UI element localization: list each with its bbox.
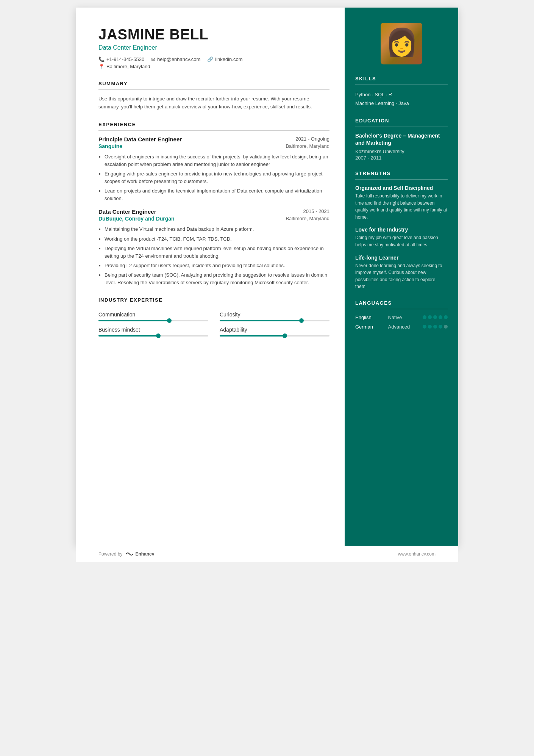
brand-logo: Enhancv [125,551,154,557]
experience-divider [98,130,329,131]
enhancv-logo-icon [125,551,134,557]
email-address: help@enhancv.com [157,56,200,62]
header-section: JASMINE BELL Data Center Engineer 📞 +1-9… [98,27,329,69]
summary-divider [98,89,329,90]
expertise-communication-dot [167,318,172,323]
left-panel: JASMINE BELL Data Center Engineer 📞 +1-9… [76,8,345,546]
language-german: German Advanced [355,324,448,330]
strength-3-name: Life-long Learner [355,255,448,261]
skills-divider [355,85,448,85]
expertise-business: Business mindset [98,327,208,337]
skills-line-2: Machine Learning · Java [355,99,448,108]
expertise-curiosity-bar-bg [220,320,329,321]
phone-contact: 📞 +1-914-345-5530 [98,56,144,62]
languages-title: LANGUAGES [355,300,448,306]
languages-divider [355,309,448,309]
brand-name: Enhancv [135,551,154,557]
lang-german-name: German [355,324,380,330]
expertise-curiosity-bar-fill [220,320,302,321]
contact-row-1: 📞 +1-914-345-5530 ✉ help@enhancv.com 🔗 l… [98,56,329,62]
job-2-header: Data Center Engineer 2015 - 2021 [98,208,329,215]
job-2-sub-row: DuBuque, Conroy and Durgan Baltimore, Ma… [98,216,329,222]
job-1-role: Principle Data Center Engineer [98,136,182,142]
expertise-adaptability-dot [283,333,287,338]
lang-dot-4 [439,315,442,319]
email-contact: ✉ help@enhancv.com [151,56,200,62]
website-contact: 🔗 linkedin.com [207,56,242,62]
right-panel: SKILLS Python · SQL · R · Machine Learni… [345,8,458,546]
job-1-bullet-2: Engaging with pre-sales engineer to prov… [105,170,329,185]
expertise-grid: Communication Curiosity [98,311,329,337]
lang-german-level: Advanced [388,324,415,330]
expertise-business-label: Business mindset [98,327,208,333]
education-divider [355,127,448,127]
lang-german-dot-3 [433,325,437,329]
powered-by-text: Powered by [98,551,122,557]
candidate-photo [381,23,422,64]
expertise-curiosity: Curiosity [220,311,329,321]
lang-english-level: Native [388,315,415,320]
lang-dot-5 [444,315,448,319]
job-2-location: Baltimore, Maryland [286,216,329,222]
job-2: Data Center Engineer 2015 - 2021 DuBuque… [98,208,329,286]
job-1-company: Sanguine [98,143,122,149]
experience-title: EXPERIENCE [98,122,329,127]
link-icon: 🔗 [207,56,213,62]
job-1-header: Principle Data Center Engineer 2021 - On… [98,136,329,142]
job-2-bullet-4: Providing L2 support for user's request,… [105,262,329,269]
expertise-adaptability: Adaptability [220,327,329,337]
job-1-dates: 2021 - Ongoing [295,136,329,142]
website-url: linkedin.com [215,56,242,62]
strengths-section: STRENGTHS Organized and Self Disciplined… [355,171,448,290]
footer-left: Powered by Enhancv [98,551,154,557]
lang-english-dots [423,315,448,319]
location-text: Baltimore, Maryland [106,64,150,69]
job-1: Principle Data Center Engineer 2021 - On… [98,136,329,203]
languages-section: LANGUAGES English Native German Adv [355,300,448,330]
job-1-bullet-3: Lead on projects and design the technica… [105,187,329,202]
expertise-title: INDUSTRY EXPERTISE [98,297,329,303]
education-title: EDUCATION [355,118,448,124]
lang-dot-3 [433,315,437,319]
strength-3: Life-long Learner Never done learning an… [355,255,448,290]
job-2-bullet-1: Maintaining the Virtual machines and Dat… [105,225,329,233]
expertise-adaptability-bar-fill [220,335,286,337]
job-1-location: Baltimore, Maryland [286,143,329,150]
job-title: Data Center Engineer [98,44,329,51]
location-contact: 📍 Baltimore, Maryland [98,64,150,69]
lang-german-dots [423,325,448,329]
contact-row-2: 📍 Baltimore, Maryland [98,64,329,69]
experience-section: EXPERIENCE Principle Data Center Enginee… [98,122,329,287]
job-2-role: Data Center Engineer [98,208,156,215]
photo-container [355,23,448,64]
email-icon: ✉ [151,56,155,62]
location-icon: 📍 [98,64,105,69]
expertise-communication-bar-bg [98,320,208,321]
expertise-adaptability-label: Adaptability [220,327,329,333]
phone-icon: 📞 [98,56,105,62]
skills-line-1: Python · SQL · R · [355,90,448,99]
strengths-title: STRENGTHS [355,171,448,176]
strength-1: Organized and Self Disciplined Take full… [355,185,448,221]
job-1-sub-row: Sanguine Baltimore, Maryland [98,143,329,150]
skills-title: SKILLS [355,76,448,81]
strength-1-name: Organized and Self Disciplined [355,185,448,191]
lang-german-dot-4 [439,325,442,329]
summary-title: SUMMARY [98,81,329,86]
footer-website: www.enhancv.com [398,551,436,557]
summary-section: SUMMARY Use this opportunity to intrigue… [98,81,329,111]
summary-text: Use this opportunity to intrigue and dra… [98,95,329,111]
phone-number: +1-914-345-5530 [106,56,144,62]
expertise-section: INDUSTRY EXPERTISE Communication Curiosi… [98,297,329,337]
edu-degree: Bachelor's Degree – Management and Marke… [355,132,448,147]
strength-2-name: Love for the Industry [355,227,448,233]
job-1-bullet-1: Oversight of engineers in insuring the s… [105,153,329,168]
expertise-communication: Communication [98,311,208,321]
strength-1-desc: Take full responsibility to deliver my w… [355,193,448,221]
expertise-curiosity-dot [299,318,304,323]
job-2-bullet-5: Being part of security team (SOC), Analy… [105,271,329,286]
edu-university: Kožmínski's University [355,149,448,154]
expertise-business-bar-bg [98,335,208,337]
job-1-bullets: Oversight of engineers in insuring the s… [105,153,329,203]
expertise-adaptability-bar-bg [220,335,329,337]
